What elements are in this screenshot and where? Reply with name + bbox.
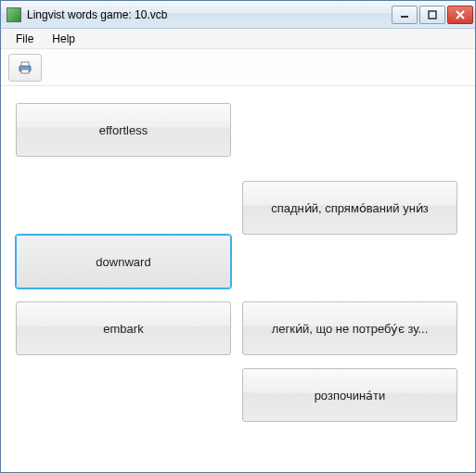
close-icon: [456, 10, 465, 19]
minimize-icon: [400, 10, 409, 19]
word-label: розпочина́ти: [315, 389, 386, 403]
word-card-left[interactable]: effortless: [16, 103, 231, 157]
svg-rect-5: [21, 62, 29, 66]
close-button[interactable]: [447, 6, 473, 24]
maximize-icon: [428, 10, 437, 19]
word-card-left-selected[interactable]: downward: [16, 235, 231, 288]
svg-rect-6: [21, 70, 29, 73]
word-card-right[interactable]: легки́й, що не потребу́є зу...: [242, 301, 457, 355]
menu-file[interactable]: File: [6, 31, 43, 47]
word-label: легки́й, що не потребу́є зу...: [272, 322, 429, 336]
word-card-left[interactable]: embark: [16, 301, 231, 355]
word-card-right[interactable]: спадни́й, спрямо́ваний уни́з: [242, 181, 457, 235]
toolbar: [1, 49, 475, 86]
window-title: Lingvist words game: 10.vcb: [27, 8, 392, 21]
word-label: downward: [96, 255, 150, 269]
word-label: спадни́й, спрямо́ваний уни́з: [271, 201, 429, 215]
app-icon: [6, 7, 21, 22]
content-area: effortless downward embark спадни́й, спр…: [1, 86, 475, 472]
print-icon: [17, 59, 33, 76]
word-label: effortless: [99, 123, 148, 137]
svg-rect-1: [429, 11, 436, 19]
word-card-right[interactable]: розпочина́ти: [242, 368, 457, 422]
menubar: File Help: [1, 29, 475, 49]
print-button[interactable]: [8, 54, 42, 82]
word-label: embark: [103, 322, 143, 336]
app-window: Lingvist words game: 10.vcb File Help: [0, 0, 476, 473]
titlebar[interactable]: Lingvist words game: 10.vcb: [1, 1, 475, 29]
menu-help[interactable]: Help: [43, 31, 84, 47]
window-controls: [392, 6, 473, 24]
maximize-button[interactable]: [419, 6, 445, 24]
minimize-button[interactable]: [392, 6, 418, 24]
